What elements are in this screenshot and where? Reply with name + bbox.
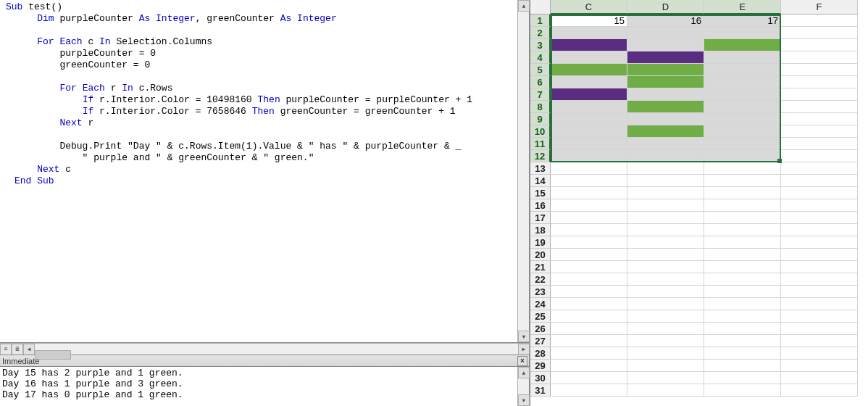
row-header-6[interactable]: 6 — [530, 76, 551, 88]
cell-D1[interactable]: 16 — [627, 14, 704, 27]
cell-F20[interactable] — [781, 249, 858, 261]
cell-E23[interactable] — [704, 286, 781, 298]
cell-D16[interactable] — [627, 199, 704, 212]
select-all-corner[interactable] — [530, 0, 551, 14]
column-header-F[interactable]: F — [781, 0, 858, 14]
immediate-output[interactable]: Day 15 has 2 purple and 1 green. Day 16 … — [0, 367, 517, 406]
cell-E1[interactable]: 17 — [704, 14, 781, 27]
cell-C26[interactable] — [551, 323, 627, 335]
cell-E17[interactable] — [704, 212, 781, 224]
cell-D21[interactable] — [627, 261, 704, 273]
cell-E15[interactable] — [704, 187, 781, 199]
scroll-up-button[interactable]: ▲ — [518, 367, 530, 378]
cell-C8[interactable] — [551, 101, 627, 113]
row-header-3[interactable]: 3 — [530, 39, 551, 51]
cell-C10[interactable] — [551, 125, 627, 138]
cell-E22[interactable] — [704, 273, 781, 286]
code-editor[interactable]: Sub test() Dim purpleCounter As Integer,… — [1, 0, 517, 342]
cell-C17[interactable] — [551, 212, 627, 224]
cell-F25[interactable] — [781, 310, 858, 323]
cell-D8[interactable] — [627, 101, 704, 113]
cell-F28[interactable] — [781, 347, 858, 360]
cell-F4[interactable] — [781, 51, 858, 64]
cell-D26[interactable] — [627, 323, 704, 335]
cell-D14[interactable] — [627, 175, 704, 187]
cell-F9[interactable] — [781, 113, 858, 125]
cell-D19[interactable] — [627, 236, 704, 249]
cell-E29[interactable] — [704, 360, 781, 372]
cell-C29[interactable] — [551, 360, 627, 372]
cell-C20[interactable] — [551, 249, 627, 261]
procedure-view-button[interactable]: ≡ — [0, 344, 12, 355]
cell-F21[interactable] — [781, 261, 858, 273]
scroll-down-button[interactable]: ▼ — [518, 394, 530, 406]
cell-E10[interactable] — [704, 125, 781, 138]
cell-F16[interactable] — [781, 199, 858, 212]
cell-F27[interactable] — [781, 335, 858, 347]
cell-D30[interactable] — [627, 372, 704, 384]
cell-E11[interactable] — [704, 138, 781, 150]
cell-C25[interactable] — [551, 310, 627, 323]
cell-E26[interactable] — [704, 323, 781, 335]
row-header-9[interactable]: 9 — [530, 113, 551, 125]
cell-E18[interactable] — [704, 224, 781, 236]
cell-F17[interactable] — [781, 212, 858, 224]
cell-D9[interactable] — [627, 113, 704, 125]
row-header-5[interactable]: 5 — [530, 64, 551, 76]
cell-F23[interactable] — [781, 286, 858, 298]
immediate-scrollbar-vertical[interactable]: ▲ ▼ — [517, 367, 529, 406]
cell-F19[interactable] — [781, 236, 858, 249]
row-header-12[interactable]: 12 — [530, 150, 551, 162]
cell-F7[interactable] — [781, 88, 858, 101]
cell-F22[interactable] — [781, 273, 858, 286]
cell-D22[interactable] — [627, 273, 704, 286]
cell-C28[interactable] — [551, 347, 627, 360]
row-header-26[interactable]: 26 — [530, 323, 551, 335]
cell-E30[interactable] — [704, 372, 781, 384]
row-header-10[interactable]: 10 — [530, 125, 551, 138]
cell-E16[interactable] — [704, 199, 781, 212]
cell-D28[interactable] — [627, 347, 704, 360]
cell-E9[interactable] — [704, 113, 781, 125]
row-header-18[interactable]: 18 — [530, 224, 551, 236]
cell-C6[interactable] — [551, 76, 627, 88]
cell-E19[interactable] — [704, 236, 781, 249]
cell-D31[interactable] — [627, 384, 704, 397]
row-header-21[interactable]: 21 — [530, 261, 551, 273]
row-header-30[interactable]: 30 — [530, 372, 551, 384]
cell-D20[interactable] — [627, 249, 704, 261]
scroll-right-button[interactable]: ▶ — [518, 344, 530, 355]
cell-D5[interactable] — [627, 64, 704, 76]
cell-F10[interactable] — [781, 125, 858, 138]
row-header-7[interactable]: 7 — [530, 88, 551, 101]
full-module-view-button[interactable]: ≣ — [12, 344, 23, 355]
cell-F1[interactable] — [781, 14, 858, 27]
cell-C7[interactable] — [551, 88, 627, 101]
cell-D10[interactable] — [627, 125, 704, 138]
row-header-23[interactable]: 23 — [530, 286, 551, 298]
cell-E3[interactable] — [704, 39, 781, 51]
row-header-22[interactable]: 22 — [530, 273, 551, 286]
cell-E5[interactable] — [704, 64, 781, 76]
code-scrollbar-vertical[interactable]: ▲ ▼ — [517, 0, 529, 342]
cell-D13[interactable] — [627, 162, 704, 175]
cell-E21[interactable] — [704, 261, 781, 273]
cell-C9[interactable] — [551, 113, 627, 125]
cell-E31[interactable] — [704, 384, 781, 397]
scroll-up-button[interactable]: ▲ — [518, 0, 530, 12]
cell-E8[interactable] — [704, 101, 781, 113]
cell-F3[interactable] — [781, 39, 858, 51]
cell-C30[interactable] — [551, 372, 627, 384]
scroll-thumb-horizontal[interactable] — [35, 350, 71, 360]
cell-D7[interactable] — [627, 88, 704, 101]
cell-C4[interactable] — [551, 51, 627, 64]
cell-C1[interactable]: 15 — [551, 14, 627, 27]
code-scrollbar-horizontal[interactable]: ≡ ≣ ◀ ▶ — [0, 343, 530, 355]
cell-C5[interactable] — [551, 64, 627, 76]
row-header-13[interactable]: 13 — [530, 162, 551, 175]
cell-E6[interactable] — [704, 76, 781, 88]
cell-D18[interactable] — [627, 224, 704, 236]
cell-F5[interactable] — [781, 64, 858, 76]
cell-C18[interactable] — [551, 224, 627, 236]
cell-E4[interactable] — [704, 51, 781, 64]
